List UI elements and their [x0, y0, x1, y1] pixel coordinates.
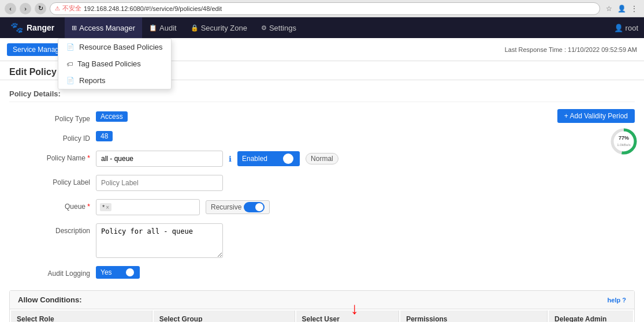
url-bar: ⚠ 不安全 192.168.248.12:6080/#!/service/9/p…: [50, 2, 600, 15]
policy-type-label: Policy Type: [9, 111, 90, 123]
th-permissions: Permissions: [400, 310, 548, 322]
reports-item[interactable]: 📄 Reports: [58, 72, 171, 89]
ranger-icon: 🐾: [10, 21, 23, 34]
yes-badge: Yes: [96, 266, 140, 279]
policy-label-input[interactable]: [96, 175, 223, 191]
th-delegate-admin: Delegate Admin: [549, 310, 633, 322]
policy-label-label: Policy Label: [9, 175, 90, 186]
queue-tag-item: * ×: [100, 203, 111, 211]
recursive-toggle[interactable]: [244, 202, 265, 212]
policy-type-row: Policy Type Access: [9, 111, 557, 123]
recursive-label: Recursive: [211, 203, 241, 211]
help-link[interactable]: help ?: [608, 297, 626, 304]
policy-label-row: Policy Label: [9, 175, 635, 191]
audit-toggle[interactable]: [114, 267, 135, 278]
info-icon: ℹ: [229, 155, 232, 163]
queue-label: Queue *: [9, 199, 90, 211]
audit-icon: 📋: [149, 24, 157, 32]
description-row: Description Policy for all - queue: [9, 223, 635, 258]
enabled-label: Enabled: [242, 155, 267, 163]
queue-tag-input[interactable]: * ×: [96, 199, 200, 215]
queue-tag-value: *: [102, 204, 105, 211]
more-btn[interactable]: ⋮: [629, 3, 639, 14]
refresh-btn[interactable]: ↻: [35, 3, 46, 14]
lock-icon: ⚠: [55, 5, 60, 12]
bookmark-btn[interactable]: ☆: [604, 3, 614, 14]
browser-bar: ‹ › ↻ ⚠ 不安全 192.168.248.12:6080/#!/servi…: [0, 0, 644, 17]
queue-controls: * × Recursive: [96, 199, 635, 215]
add-validity-period-btn[interactable]: + Add Validity Period: [557, 109, 635, 123]
reports-label: Reports: [79, 76, 106, 85]
policy-details-section: Policy Details:: [9, 89, 635, 102]
enabled-badge: Enabled: [237, 151, 300, 166]
policy-id-value: 48: [96, 131, 635, 141]
access-manager-icon: ⊞: [72, 24, 77, 32]
last-response-time: Last Response Time : 11/10/2022 09:52:59…: [505, 46, 637, 53]
policy-name-row: Policy Name * ℹ Enabled Normal: [9, 151, 635, 167]
tag-policies-icon: 🏷: [66, 61, 73, 68]
normal-badge: Normal: [306, 153, 338, 164]
description-controls: Policy for all - queue: [96, 223, 635, 258]
forward-btn[interactable]: ›: [20, 3, 31, 14]
audit-logging-controls: Yes: [96, 266, 635, 279]
user-icon: 👤: [614, 24, 623, 32]
resource-policies-label: Resource Based Policies: [79, 43, 163, 51]
red-arrow: ↓: [351, 301, 359, 317]
policy-type-badge: Access: [96, 111, 128, 122]
settings-icon: ⚙: [261, 24, 267, 32]
allow-conditions-title: Allow Conditions:: [18, 295, 81, 304]
back-btn[interactable]: ‹: [5, 3, 16, 14]
security-warning: 不安全: [62, 4, 81, 13]
policy-name-controls: ℹ Enabled Normal: [96, 151, 635, 167]
resource-based-policies-item[interactable]: 📄 Resource Based Policies: [58, 39, 171, 55]
yes-label: Yes: [100, 268, 112, 276]
tag-based-policies-item[interactable]: 🏷 Tag Based Policies: [58, 55, 171, 72]
description-textarea[interactable]: Policy for all - queue: [96, 223, 223, 258]
policy-id-label: Policy ID: [9, 131, 90, 143]
policy-id-badge: 48: [96, 131, 113, 141]
queue-tag-remove[interactable]: ×: [106, 204, 109, 211]
security-zone-icon: 🔒: [191, 24, 199, 32]
profile-btn[interactable]: 👤: [616, 3, 627, 14]
nav-audit[interactable]: 📋 Audit: [142, 17, 184, 38]
recursive-badge: Recursive: [206, 200, 270, 214]
queue-row: Queue * * × Recursive: [9, 199, 635, 215]
nav-access-manager-label: Access Manager: [79, 24, 135, 32]
enabled-toggle[interactable]: [270, 152, 295, 165]
nav-settings[interactable]: ⚙ Settings: [254, 17, 303, 38]
nav-security-zone-label: Security Zone: [201, 24, 247, 32]
required-star: *: [87, 154, 90, 162]
policy-name-input[interactable]: [96, 151, 223, 167]
conditions-table-header: Select Role Select Group Select User Per…: [11, 310, 633, 322]
ranger-logo: 🐾 Ranger: [6, 21, 59, 34]
queue-required-star: *: [87, 203, 90, 211]
policy-id-row: Policy ID 48: [9, 131, 635, 143]
progress-percent: 77%: [619, 135, 629, 141]
progress-svg: 77% 1.0kBo/s: [609, 127, 638, 156]
description-label: Description: [9, 223, 90, 235]
allow-conditions-section: Allow Conditions: help ? ↓ Select Role S…: [9, 290, 635, 322]
policy-label-controls: [96, 175, 635, 191]
th-select-group: Select Group: [154, 310, 295, 322]
conditions-container: ↓ Select Role Select Group Select User P…: [10, 309, 634, 322]
access-manager-dropdown: 📄 Resource Based Policies 🏷 Tag Based Po…: [58, 38, 172, 89]
progress-circle: 77% 1.0kBo/s: [609, 127, 638, 156]
nav-right: 👤 root: [614, 24, 638, 32]
nav-access-manager[interactable]: ⊞ Access Manager: [65, 17, 142, 38]
th-select-role: Select Role: [11, 310, 152, 322]
th-select-user: Select User: [296, 310, 400, 322]
nav-security-zone[interactable]: 🔒 Security Zone: [184, 17, 254, 38]
audit-logging-row: Audit Logging Yes: [9, 266, 635, 279]
reports-icon: 📄: [66, 77, 75, 84]
audit-logging-label: Audit Logging: [9, 266, 90, 278]
url-text: 192.168.248.12:6080/#!/service/9/policie…: [84, 5, 222, 12]
user-badge: 👤 root: [614, 24, 638, 32]
nav-settings-label: Settings: [269, 24, 296, 32]
policy-type-value: Access: [96, 111, 557, 122]
progress-sublabel: 1.0kBo/s: [617, 143, 630, 147]
resource-policies-icon: 📄: [66, 43, 75, 51]
allow-conditions-header: Allow Conditions: help ?: [10, 291, 634, 309]
username: root: [626, 24, 638, 32]
main-content: Policy Details: + Add Validity Period Po…: [0, 80, 644, 322]
policy-name-label: Policy Name *: [9, 151, 90, 162]
